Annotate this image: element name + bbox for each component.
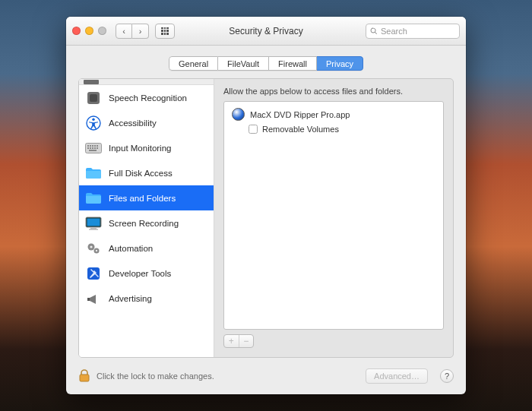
megaphone-icon <box>85 290 102 307</box>
screen-icon <box>85 215 102 232</box>
main-pane: Allow the apps below to access files and… <box>214 79 453 357</box>
sidebar-item-files-and-folders[interactable]: Files and Folders <box>79 185 214 210</box>
sidebar-item-full-disk-access[interactable]: Full Disk Access <box>79 160 214 185</box>
content-pane: Speech Recognition Accessibility Input M… <box>78 78 454 358</box>
tab-filevault[interactable]: FileVault <box>218 56 269 71</box>
sidebar-clipped-item[interactable] <box>79 79 214 85</box>
minimize-button[interactable] <box>85 27 93 35</box>
tab-privacy[interactable]: Privacy <box>317 56 363 71</box>
lock-hint: Click the lock to make changes. <box>97 371 214 381</box>
keyboard-icon <box>85 140 102 156</box>
add-remove-control: + − <box>223 334 254 348</box>
permission-checkbox[interactable] <box>249 125 258 134</box>
speech-icon <box>85 90 102 106</box>
svg-point-22 <box>90 245 92 248</box>
sidebar-item-speech-recognition[interactable]: Speech Recognition <box>79 85 214 110</box>
zoom-button[interactable] <box>98 27 106 35</box>
advanced-button[interactable]: Advanced… <box>366 368 428 384</box>
help-button[interactable]: ? <box>440 369 454 383</box>
privacy-sidebar: Speech Recognition Accessibility Input M… <box>79 79 214 357</box>
sidebar-item-label: Files and Folders <box>109 194 176 203</box>
svg-rect-5 <box>87 145 89 147</box>
folder-icon <box>85 165 102 182</box>
svg-rect-18 <box>90 228 97 229</box>
lock-icon <box>78 369 90 383</box>
search-placeholder: Search <box>381 27 407 36</box>
sidebar-item-screen-recording[interactable]: Screen Recording <box>79 210 214 236</box>
tab-bar: General FileVault Firewall Privacy <box>66 46 466 78</box>
sidebar-item-label: Input Monitoring <box>109 144 171 153</box>
titlebar: ‹ › Security & Privacy Search <box>66 17 466 46</box>
hammer-icon <box>85 265 102 282</box>
sidebar-item-accessibility[interactable]: Accessibility <box>79 110 214 135</box>
chevron-left-icon: ‹ <box>122 27 125 36</box>
svg-rect-10 <box>87 147 89 149</box>
sidebar-item-label: Full Disk Access <box>109 169 173 178</box>
svg-rect-8 <box>94 145 96 147</box>
svg-rect-11 <box>90 147 91 149</box>
tab-firewall[interactable]: Firewall <box>269 56 317 71</box>
sidebar-item-label: Screen Recording <box>109 219 179 228</box>
svg-rect-26 <box>87 298 90 301</box>
sidebar-item-label: Accessibility <box>109 119 157 128</box>
sidebar-item-label: Automation <box>109 244 153 253</box>
add-button[interactable]: + <box>224 335 239 347</box>
forward-button[interactable]: › <box>132 24 149 39</box>
svg-rect-7 <box>92 145 93 147</box>
sidebar-item-automation[interactable]: Automation <box>79 236 214 261</box>
app-permission-list: MacX DVD Ripper Pro.app Removable Volume… <box>223 101 444 330</box>
svg-rect-12 <box>92 147 93 149</box>
gears-icon <box>85 240 102 257</box>
svg-rect-9 <box>97 145 98 147</box>
permission-label: Removable Volumes <box>262 125 339 134</box>
app-name: MacX DVD Ripper Pro.app <box>250 110 350 119</box>
svg-point-3 <box>92 118 94 120</box>
sidebar-item-label: Speech Recognition <box>109 93 187 103</box>
sidebar-item-label: Developer Tools <box>109 269 171 278</box>
permission-row[interactable]: Removable Volumes <box>249 125 435 134</box>
sidebar-item-label: Advertising <box>109 294 152 303</box>
svg-point-23 <box>96 249 97 251</box>
search-icon <box>370 27 378 35</box>
main-hint: Allow the apps below to access files and… <box>223 87 444 96</box>
tab-general[interactable]: General <box>169 56 218 71</box>
app-row[interactable]: MacX DVD Ripper Pro.app <box>232 108 435 121</box>
sidebar-item-developer-tools[interactable]: Developer Tools <box>79 261 214 286</box>
close-button[interactable] <box>72 27 81 35</box>
svg-rect-19 <box>89 229 98 229</box>
svg-rect-27 <box>80 375 89 381</box>
window-controls <box>72 27 106 35</box>
help-icon: ? <box>445 371 449 381</box>
remove-button[interactable]: − <box>239 335 254 347</box>
app-icon <box>232 108 245 121</box>
search-input[interactable]: Search <box>366 24 460 39</box>
sidebar-item-advertising[interactable]: Advertising <box>79 286 214 311</box>
lock-button[interactable] <box>78 369 90 383</box>
svg-rect-1 <box>90 94 97 102</box>
sidebar-item-input-monitoring[interactable]: Input Monitoring <box>79 135 214 160</box>
svg-rect-15 <box>89 150 97 151</box>
grid-icon <box>161 27 169 35</box>
chevron-right-icon: › <box>139 27 142 36</box>
folder-icon <box>85 190 102 207</box>
svg-rect-14 <box>97 147 98 149</box>
accessibility-icon <box>85 115 102 131</box>
show-all-button[interactable] <box>155 24 175 39</box>
footer: Click the lock to make changes. Advanced… <box>66 358 466 394</box>
svg-rect-6 <box>90 145 91 147</box>
preferences-window: ‹ › Security & Privacy Search General Fi… <box>66 17 466 394</box>
svg-rect-13 <box>94 147 96 149</box>
nav-back-forward: ‹ › <box>116 24 149 39</box>
svg-rect-17 <box>87 218 100 226</box>
back-button[interactable]: ‹ <box>116 24 132 39</box>
